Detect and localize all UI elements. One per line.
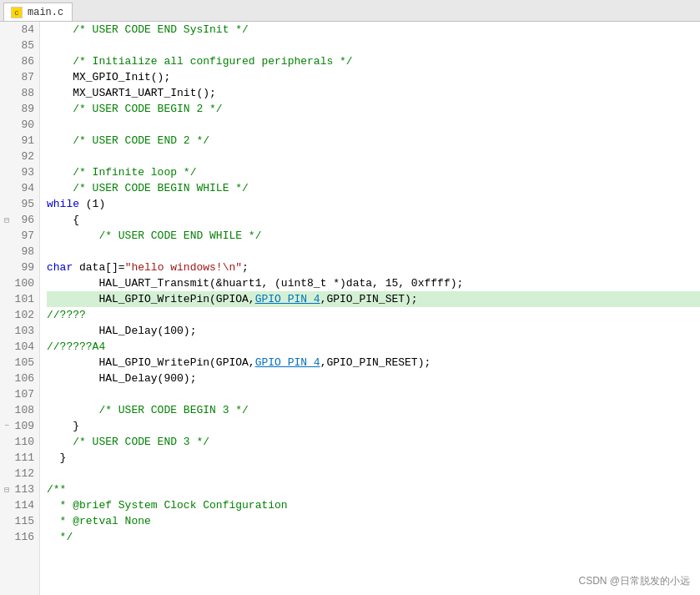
file-icon: c xyxy=(11,7,23,18)
code-line: HAL_GPIO_WritePin(GPIOA,GPIO_PIN_4,GPIO_… xyxy=(47,355,700,371)
fold-icon[interactable]: − xyxy=(2,421,12,431)
code-line: HAL_UART_Transmit(&huart1, (uint8_t *)da… xyxy=(47,275,700,291)
line-number: 100 xyxy=(0,275,39,291)
tab-main-c[interactable]: c main.c xyxy=(3,3,73,21)
code-line: /* USER CODE BEGIN 2 */ xyxy=(47,101,700,117)
code-line: MX_GPIO_Init(); xyxy=(47,69,700,85)
line-number: 94 xyxy=(0,180,39,196)
line-number: 106 xyxy=(0,371,39,386)
line-number: 115 xyxy=(0,513,39,529)
code-line: /* USER CODE BEGIN WHILE */ xyxy=(47,180,700,196)
code-line: MX_USART1_UART_Init(); xyxy=(47,85,700,101)
code-line: /* USER CODE BEGIN 3 */ xyxy=(47,402,700,418)
line-number: 90 xyxy=(0,117,39,133)
line-number: 98 xyxy=(0,244,39,260)
line-number: 84 xyxy=(0,22,39,38)
watermark: CSDN @日常脱发的小远 xyxy=(578,574,690,588)
code-line xyxy=(47,466,700,482)
line-number: 91 xyxy=(0,133,39,149)
code-line: HAL_GPIO_WritePin(GPIOA,GPIO_PIN_4,GPIO_… xyxy=(47,291,700,307)
code-line xyxy=(47,38,700,53)
code-line: //???? xyxy=(47,307,700,323)
tab-bar: c main.c xyxy=(0,0,700,22)
code-line: while (1) xyxy=(47,196,700,212)
code-line: HAL_Delay(100); xyxy=(47,323,700,339)
line-number: 95 xyxy=(0,196,39,212)
line-number: 102 xyxy=(0,307,39,323)
code-line: * @brief System Clock Configuration xyxy=(47,497,700,513)
code-line: /* USER CODE END SysInit */ xyxy=(47,22,700,38)
code-line xyxy=(47,149,700,164)
code-line: /** xyxy=(47,482,700,497)
line-number: ⊟96 xyxy=(0,212,39,228)
fold-icon[interactable]: ⊟ xyxy=(2,215,12,225)
code-line: /* USER CODE END 3 */ xyxy=(47,434,700,450)
code-line: char data[]="hello windows!\n"; xyxy=(47,260,700,275)
line-number: ⊟113 xyxy=(0,482,39,497)
code-line: /* USER CODE END 2 */ xyxy=(47,133,700,149)
line-number: 107 xyxy=(0,386,39,402)
line-number: 97 xyxy=(0,228,39,244)
line-number: 99 xyxy=(0,260,39,275)
line-number: 116 xyxy=(0,529,39,545)
line-number: 92 xyxy=(0,149,39,164)
line-number: 89 xyxy=(0,101,39,117)
line-number: 105 xyxy=(0,355,39,371)
tab-label: main.c xyxy=(28,7,63,18)
line-number: 103 xyxy=(0,323,39,339)
code-line: HAL_Delay(900); xyxy=(47,371,700,386)
line-numbers: 848586878889909192939495⊟969798991001011… xyxy=(0,22,40,595)
code-line: } xyxy=(47,450,700,466)
line-number: −109 xyxy=(0,418,39,434)
line-number: 108 xyxy=(0,402,39,418)
code-line: //?????A4 xyxy=(47,339,700,355)
code-line: /* Infinite loop */ xyxy=(47,164,700,180)
code-line: */ xyxy=(47,529,700,545)
line-number: 88 xyxy=(0,85,39,101)
code-line: /* Initialize all configured peripherals… xyxy=(47,53,700,69)
code-area: 848586878889909192939495⊟969798991001011… xyxy=(0,22,700,595)
code-line xyxy=(47,244,700,260)
line-number: 85 xyxy=(0,38,39,53)
line-number: 104 xyxy=(0,339,39,355)
code-line: * @retval None xyxy=(47,513,700,529)
line-number: 112 xyxy=(0,466,39,482)
line-number: 93 xyxy=(0,164,39,180)
line-number: 86 xyxy=(0,53,39,69)
line-number: 114 xyxy=(0,497,39,513)
line-number: 101 xyxy=(0,291,39,307)
main-window: c main.c 848586878889909192939495⊟969798… xyxy=(0,0,700,595)
line-number: 111 xyxy=(0,450,39,466)
code-line: { xyxy=(47,212,700,228)
line-number: 87 xyxy=(0,69,39,85)
code-line xyxy=(47,386,700,402)
line-number: 110 xyxy=(0,434,39,450)
code-line xyxy=(47,117,700,133)
code-line: } xyxy=(47,418,700,434)
code-content[interactable]: /* USER CODE END SysInit */ /* Initializ… xyxy=(40,22,700,595)
fold-icon[interactable]: ⊟ xyxy=(2,485,12,495)
code-line: /* USER CODE END WHILE */ xyxy=(47,228,700,244)
